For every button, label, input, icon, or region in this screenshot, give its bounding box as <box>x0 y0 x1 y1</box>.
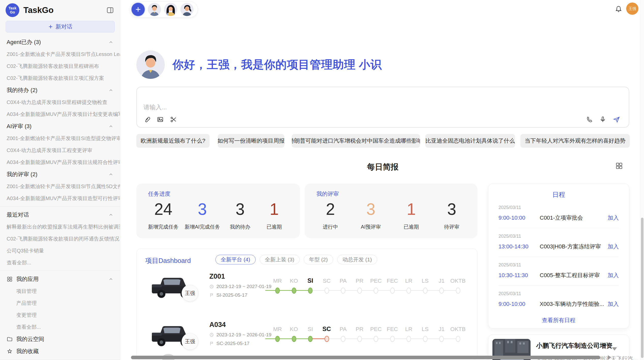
milestone-node[interactable] <box>374 288 378 294</box>
join-link[interactable]: 加入 <box>608 272 619 279</box>
task-item[interactable]: C02-飞腾新能源轻客改款项目立项汇报方案 <box>0 72 120 84</box>
suggestion-chip[interactable]: 如何写一份清晰的项目周报 <box>218 134 284 148</box>
user-avatar[interactable]: 王强 <box>626 3 638 15</box>
milestone-node[interactable] <box>292 336 296 342</box>
milestone-node[interactable] <box>275 336 280 342</box>
section-header-my-review[interactable]: 我的评审 (2) <box>0 168 120 181</box>
message-input[interactable] <box>143 101 525 114</box>
milestone-node[interactable] <box>456 336 460 342</box>
milestone-node[interactable] <box>275 288 280 294</box>
tab-new-body[interactable]: 全新上装 (3) <box>260 255 300 264</box>
apps-grid-icon <box>7 276 13 282</box>
milestone-node[interactable] <box>308 288 313 294</box>
milestone-node[interactable] <box>374 336 378 342</box>
view-all-schedule-link[interactable]: 查看所有日程 <box>488 317 629 324</box>
milestone-node[interactable] <box>325 336 329 342</box>
microphone-icon[interactable] <box>598 115 607 124</box>
recent-chats-view-all[interactable]: 查看全部... <box>0 257 120 269</box>
recent-chat-item[interactable]: C02-飞腾新能源轻客改款项目的闭环通告反馈情况 <box>0 233 120 245</box>
sidebar-collapse-icon[interactable] <box>106 6 114 14</box>
milestone-node[interactable] <box>341 288 345 294</box>
milestone-node[interactable] <box>308 336 313 342</box>
tab-model-year[interactable]: 年型 (2) <box>304 255 333 264</box>
task-item[interactable]: A034-全新新能源MUV产品开发项目法规符合性评审 <box>0 156 120 168</box>
suggestion-chip[interactable]: 欧洲新规最近颁布了什么? <box>136 134 210 148</box>
app-item-product-mgmt[interactable]: 产品管理 <box>0 297 120 309</box>
schedule-time: 13:00-14:30 <box>499 243 540 250</box>
stat-new-ai-completed: 3 新增AI完成任务 <box>185 201 220 230</box>
milestone-node[interactable] <box>341 336 345 342</box>
scroll-right-arrow-icon[interactable] <box>608 355 611 360</box>
milestone-node[interactable] <box>390 336 395 342</box>
join-link[interactable]: 加入 <box>608 300 619 308</box>
section-header-my-apps[interactable]: 我的应用 <box>0 273 120 285</box>
flag-icon <box>209 341 214 346</box>
session-avatar[interactable] <box>164 3 177 16</box>
project-row[interactable]: 王强 A034 2023-12-19 ~ 2026-01-19 SC-2025-… <box>137 319 477 359</box>
milestone-node[interactable] <box>357 288 362 294</box>
task-item[interactable]: A034-全新新能源MUV产品开发项目造型可行性评审 <box>0 192 120 204</box>
new-chat-button[interactable]: 新对话 <box>6 21 115 33</box>
recent-chat-item[interactable]: 公司Q3轻卡销量 <box>0 245 120 257</box>
project-date-range: 2023-12-19 ~ 2026-01-19 <box>209 332 271 338</box>
assistant-avatar <box>136 50 165 79</box>
section-header-recent-chats[interactable]: 最近对话 <box>0 209 120 221</box>
join-link[interactable]: 加入 <box>608 243 619 250</box>
milestone-node[interactable] <box>292 288 296 294</box>
session-avatar[interactable] <box>180 3 194 16</box>
layout-grid-icon[interactable] <box>615 162 623 170</box>
task-item[interactable]: Z001-全新燃油轻卡产品开发项目SI节点属性5D文件评审 <box>0 181 120 192</box>
task-item[interactable]: Z001-全新燃油皮卡产品开发项目SI节点Lesson Learn报告 <box>0 48 120 60</box>
milestone-node[interactable] <box>423 288 428 294</box>
section-header-ai-review[interactable]: AI评审 (3) <box>0 120 120 132</box>
sidebar-item-cloud-space[interactable]: 我的云空间 <box>0 333 120 345</box>
app-title: TaskGo <box>23 5 102 15</box>
add-session-button[interactable] <box>131 3 145 16</box>
recent-chat-item[interactable]: 解释最新出台的欧盟报废车法规再生塑料比例被调至15%... <box>0 221 120 233</box>
milestone-node[interactable] <box>423 336 428 342</box>
suggestion-chip[interactable]: 特朗普可能对进口汽车增税会对中国车企造成哪些影响 <box>292 134 420 148</box>
project-row[interactable]: 王强 Z001 2023-12-19 ~ 2027-01-19 SI-2025-… <box>137 271 477 311</box>
suggestion-chip[interactable]: 比亚迪全固态电池计划具体说了什么 <box>425 134 515 148</box>
stat-ai-pre-review: 3 AI预评审 <box>357 201 385 230</box>
join-link[interactable]: 加入 <box>608 214 619 222</box>
task-item[interactable]: C0X4-动力总成开发项目工程变更评审 <box>0 144 120 156</box>
stat-my-todo: 3 我的待办 <box>226 201 254 230</box>
milestone-node[interactable] <box>357 336 362 342</box>
session-avatar[interactable] <box>148 3 161 16</box>
app-item-change-mgmt[interactable]: 变更管理 <box>0 309 120 321</box>
task-progress-card: 任务进度 24 新增完成任务 3 新增AI完成任务 3 我的待办 1 已逾期 <box>136 184 300 238</box>
apps-view-all[interactable]: 查看全部... <box>0 321 120 333</box>
task-item[interactable]: Z001-全新燃油轻卡产品开发项目SI造型提交物评审 <box>0 132 120 144</box>
milestone-node[interactable] <box>456 288 460 294</box>
milestone-connector <box>310 338 327 339</box>
section-header-my-todo[interactable]: 我的待办 (2) <box>0 84 120 96</box>
milestone-node[interactable] <box>406 336 411 342</box>
scroll-down-arrow-icon[interactable] <box>612 347 617 351</box>
notifications-bell-icon[interactable] <box>614 5 623 14</box>
milestone-connector <box>376 290 392 291</box>
horizontal-scrollbar-thumb[interactable] <box>131 356 600 359</box>
milestone-connector <box>343 338 360 339</box>
vertical-scrollbar-thumb[interactable] <box>641 218 643 358</box>
milestone-node[interactable] <box>325 288 329 294</box>
milestone-node[interactable] <box>439 336 444 342</box>
app-item-project-mgmt[interactable]: 项目管理 <box>0 285 120 297</box>
tab-all-new-platform[interactable]: 全新平台 (4) <box>215 255 256 264</box>
voice-call-icon[interactable] <box>585 115 594 124</box>
schedule-event-title: X003-车辆动力学性能验... <box>540 300 608 308</box>
tab-powertrain-dev[interactable]: 动总开发 (1) <box>337 255 377 264</box>
milestone-node[interactable] <box>390 288 395 294</box>
task-item[interactable]: C02-飞腾新能源轻客改款项目里程碑画布 <box>0 60 120 72</box>
insert-image-icon[interactable] <box>156 115 165 124</box>
task-item[interactable]: A034-全新新能源MUV产品开发项目计划变更表编写 <box>0 108 120 120</box>
section-header-agent-done[interactable]: Agent已办 (3) <box>0 36 120 48</box>
milestone-node[interactable] <box>406 288 411 294</box>
attachment-icon[interactable] <box>142 115 152 124</box>
task-item[interactable]: C0X4-动力总成开发项目SI里程碑提交物检查 <box>0 96 120 108</box>
sidebar-item-favorites[interactable]: 我的收藏 <box>0 345 120 357</box>
scissors-icon[interactable] <box>169 115 178 124</box>
send-icon[interactable] <box>612 115 621 124</box>
suggestion-chip[interactable]: 当下年轻人对汽车外观有怎样的喜好趋势 <box>520 134 630 148</box>
milestone-node[interactable] <box>439 288 444 294</box>
